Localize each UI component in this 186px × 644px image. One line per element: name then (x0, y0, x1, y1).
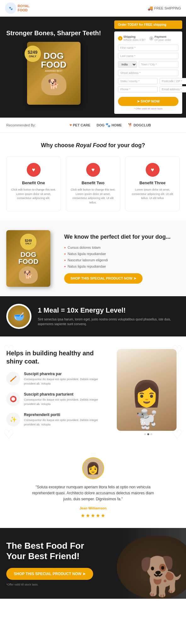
header: 🐾 ROYAL FOOD 🚚 FREE SHIPPING (0, 0, 186, 17)
paw-icon: 🐾 (105, 123, 110, 127)
benefit-icon-2: ♥ (86, 163, 100, 177)
benefit-card-2: ♥ Benefit Two Click edit button to chang… (66, 156, 120, 211)
coat-title: Helps in building healthy and shiny coat… (6, 349, 109, 365)
bowl-image: 🥣 (8, 305, 30, 327)
brush-icon: 🪥 (6, 372, 20, 386)
form-row-country: India (118, 61, 178, 68)
bag-award: AWARDED BEST (45, 70, 63, 72)
form-row-contact (118, 86, 178, 92)
step-2: 2 Payment Of your order (149, 35, 171, 42)
diet-title: We know the perfect diet for your dog... (64, 233, 180, 241)
benefit-title-2: Benefit Two (70, 180, 116, 185)
feature-text-3: Reprehenderit portti Consequuntur illo i… (24, 413, 109, 427)
carousel-dot-3[interactable] (150, 433, 152, 435)
truck-icon: 🚚 (148, 6, 153, 11)
form-row-address (118, 70, 178, 76)
cta-shop-button[interactable]: SHOP THIS SPECIAL PRODUCT NOW ➤ (6, 568, 93, 580)
reviewer-avatar: 👩 (82, 457, 104, 479)
benefit-card-1: ♥ Benefit One Click edit button to chang… (6, 156, 61, 211)
logo: 🐾 ROYAL FOOD (5, 3, 30, 14)
state-input[interactable] (118, 78, 158, 84)
feature-title-3: Reprehenderit portti (24, 413, 109, 417)
coat-section: ♡ ♡ ♡ ♡ Helps in building healthy and sh… (0, 336, 186, 448)
diet-price-tag: $249 ONLY (20, 234, 37, 250)
deco-heart-bottom-left: ♡ (3, 427, 14, 441)
phone-input[interactable] (118, 86, 158, 92)
diet-dog-image: 🐕 (19, 266, 38, 284)
diet-product-name: DOG FOOD (18, 251, 38, 265)
coat-content: Helps in building healthy and shiny coat… (6, 349, 109, 433)
hero-section: Stronger Bones, Sharper Teeth! $249 ONLY… (0, 17, 186, 118)
order-banner: Order TODAY for FREE shipping (114, 20, 182, 29)
diet-list-item-4: Natus ligula repudiandae (64, 264, 180, 268)
person-with-dog-image: 👩 🐩 (117, 349, 177, 431)
diet-shop-button[interactable]: SHOP THIS SPECIAL PRODUCT NOW ➤ (64, 273, 143, 284)
circle-icon: ⭕ (6, 392, 20, 406)
recommended-logos: ♥ PET CARE DOG 🐾 HOME 🐕 DOGCLUB (41, 123, 180, 127)
sparkle-icon: ✨ (6, 413, 20, 426)
feature-desc-3: Consequuntur illo itaque est optio provi… (24, 418, 109, 427)
deco-heart-top-left: ♡ (3, 343, 14, 357)
diet-section: $249 ONLY DOG FOOD 🐕 We know the perfect… (0, 221, 186, 296)
email-input[interactable] (160, 86, 186, 92)
benefit-title-1: Benefit One (10, 180, 57, 185)
shop-now-button[interactable]: ➤ SHOP NOW (118, 97, 178, 106)
logo-icon: 🐾 (5, 3, 16, 14)
recommended-section: Recommended By: ♥ PET CARE DOG 🐾 HOME 🐕 … (0, 118, 186, 133)
energy-desc: Sint senectus ipsa harum, lorem eget, ju… (38, 317, 180, 326)
step-1-label: Shipping Where does it fit? (123, 35, 145, 42)
carousel-dot-1[interactable] (144, 433, 146, 435)
hero-title: Stronger Bones, Sharper Teeth! (6, 30, 104, 37)
first-name-input[interactable] (118, 45, 178, 51)
bag-dog-image: 🐕 (41, 73, 66, 95)
bag-product-name: DOG FOOD (41, 52, 66, 69)
cta-offer-text: *Offer valid till stock lasts. (6, 583, 94, 586)
postcode-input[interactable] (160, 78, 186, 84)
feature-title-2: Suscipit pharetra parturient (24, 392, 109, 397)
feature-desc-2: Consequuntur illo itaque est optio provi… (24, 398, 109, 406)
feature-item-1: 🪥 Suscipit pharetra par Consequuntur ill… (6, 372, 109, 386)
rec-logo-doghome: DOG 🐾 HOME (97, 123, 122, 127)
form-row-state (118, 78, 178, 84)
country-select[interactable]: India (118, 61, 137, 68)
benefit-desc-3: Lorem ipsum dolor sit amet, consectetur … (129, 188, 176, 201)
feature-text-2: Suscipit pharetra parturient Consequuntu… (24, 392, 109, 406)
energy-bowl: 🥣 (6, 304, 31, 329)
step-2-number: 2 (149, 36, 154, 41)
dog-overlay: 🐕 (104, 530, 186, 599)
rec-logo-dogclub: 🐕 DOGCLUB (128, 123, 151, 127)
feature-title-1: Suscipit pharetra par (24, 372, 109, 376)
carousel-dot-2[interactable] (147, 433, 149, 435)
heart-icon: ♥ (70, 123, 72, 127)
cta-section: 🐕 The Best Food For Your Best Friend! SH… (0, 528, 186, 599)
diet-list-item-1: Cursus dolores totam (64, 246, 180, 249)
benefit-title-3: Benefit Three (129, 180, 176, 185)
step-1-number: 1 (118, 36, 122, 41)
feature-item-2: ⭕ Suscipit pharetra parturient Consequun… (6, 392, 109, 406)
recommended-label: Recommended By: (6, 123, 36, 127)
diet-content: We know the perfect diet for your dog...… (64, 233, 180, 284)
star-rating: ★★★★★ (6, 513, 180, 519)
product-bag: $249 ONLY DOG FOOD AWARDED BEST 🐕 (27, 42, 84, 105)
form-row-name (118, 45, 178, 51)
diet-product-image: $249 ONLY DOG FOOD 🐕 (6, 230, 57, 287)
dog-icon: 🐕 (128, 123, 132, 127)
form-row-lastname (118, 53, 178, 59)
benefits-grid: ♥ Benefit One Click edit button to chang… (6, 156, 180, 211)
benefit-card-3: ♥ Benefit Three Lorem ipsum dolor sit am… (125, 156, 180, 211)
step-2-label: Payment Of your order (155, 35, 171, 42)
offer-text: * Offer valid till stock lasts (118, 107, 178, 110)
checkout-form: 1 Shipping Where does it fit? 2 Payment … (114, 31, 182, 114)
energy-content: 1 Meal = 10x Energy Level! Sint senectus… (38, 306, 180, 326)
benefit-desc-1: Click edit button to change this text. L… (10, 188, 57, 201)
address-input[interactable] (118, 70, 178, 76)
last-name-input[interactable] (118, 53, 178, 59)
town-input[interactable] (139, 61, 178, 68)
coat-photo: 👩 🐩 (117, 349, 177, 431)
free-shipping-badge: 🚚 FREE SHIPPING (148, 6, 181, 11)
diet-bag-visual: $249 ONLY DOG FOOD 🐕 (6, 230, 50, 287)
diet-list-item-3: Nascetur laborum eligendi (64, 258, 180, 262)
logo-text: ROYAL FOOD (18, 4, 30, 12)
rec-logo-petcare: ♥ PET CARE (70, 123, 90, 127)
form-steps: 1 Shipping Where does it fit? 2 Payment … (118, 35, 178, 42)
